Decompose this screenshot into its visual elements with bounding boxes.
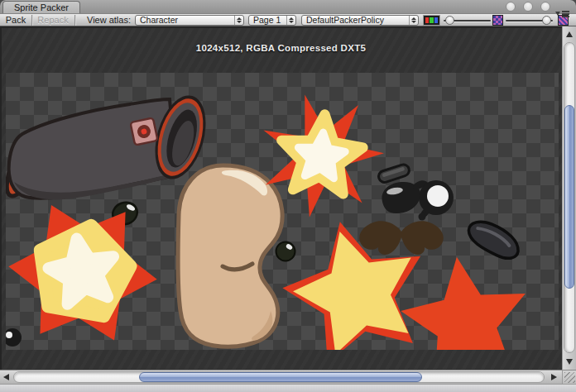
atlas-dropdown-value: Character bbox=[136, 16, 234, 25]
atlas-info-text: 1024x512, RGBA Compressed DXT5 bbox=[0, 43, 562, 53]
page-dropdown-value: Page 1 bbox=[249, 16, 286, 25]
dropdown-arrows-icon bbox=[234, 16, 243, 25]
eyebrow-sprite bbox=[377, 163, 410, 184]
window-button[interactable] bbox=[540, 2, 550, 12]
slider-knob[interactable] bbox=[445, 16, 454, 25]
dropdown-arrows-icon bbox=[409, 16, 418, 25]
tab-sprite-packer[interactable]: Sprite Packer bbox=[2, 1, 80, 13]
resize-grip-icon[interactable] bbox=[564, 372, 575, 383]
red-star-sprite bbox=[401, 257, 526, 350]
toolbar: Pack Repack View atlas: Character Page 1… bbox=[0, 13, 576, 26]
red-channel-icon bbox=[425, 17, 429, 23]
cannon-badge bbox=[130, 117, 157, 145]
tab-title: Sprite Packer bbox=[14, 2, 69, 12]
repack-button: Repack bbox=[33, 14, 73, 26]
hamburger-icon bbox=[562, 11, 569, 17]
tab-bar: Sprite Packer bbox=[0, 0, 576, 13]
horizontal-scrollbar[interactable] bbox=[0, 370, 562, 384]
jellybean-sprite bbox=[464, 219, 523, 261]
atlas-texture[interactable] bbox=[6, 73, 559, 350]
pack-button[interactable]: Pack bbox=[2, 14, 30, 26]
horizontal-scroll-thumb[interactable] bbox=[139, 372, 422, 382]
blue-channel-icon bbox=[434, 17, 438, 23]
page-dropdown[interactable]: Page 1 bbox=[248, 15, 296, 26]
vertical-scroll-track[interactable] bbox=[564, 42, 575, 353]
bean-character-sprite bbox=[178, 165, 282, 347]
chevron-down-icon bbox=[555, 12, 560, 16]
green-channel-icon bbox=[430, 17, 433, 23]
window-bottom-edge bbox=[0, 384, 576, 392]
rgb-channels-button[interactable] bbox=[423, 15, 440, 26]
slider-knob[interactable] bbox=[542, 16, 551, 25]
view-atlas-label: View atlas: bbox=[79, 14, 131, 26]
scroll-left-icon[interactable] bbox=[3, 374, 9, 380]
mustache-sprite bbox=[359, 221, 443, 255]
separator bbox=[74, 15, 75, 26]
cannon-sprite bbox=[6, 89, 214, 200]
pane-menu-icon[interactable] bbox=[555, 11, 569, 17]
vertical-scrollbar[interactable] bbox=[562, 26, 576, 370]
sprite-sheet bbox=[6, 73, 559, 350]
tiny-eye-sprite bbox=[6, 328, 22, 347]
scroll-right-icon[interactable] bbox=[551, 374, 557, 380]
monocle-sprite bbox=[419, 180, 454, 221]
scrollbar-corner bbox=[562, 370, 576, 384]
zoom-slider[interactable] bbox=[506, 15, 553, 26]
window-button[interactable] bbox=[523, 2, 533, 12]
policy-dropdown-value: DefaultPackerPolicy bbox=[302, 16, 409, 25]
starburst-large-sprite bbox=[8, 205, 156, 341]
scroll-up-icon[interactable] bbox=[566, 31, 573, 37]
scroll-down-icon[interactable] bbox=[566, 359, 573, 365]
sprite-packer-window: Sprite Packer Pack Repack View atlas: Ch… bbox=[0, 0, 576, 392]
window-button[interactable] bbox=[506, 2, 516, 12]
bean-eye-sprite bbox=[276, 242, 295, 261]
horizontal-scroll-track[interactable] bbox=[13, 371, 545, 383]
alpha-checker-icon bbox=[492, 15, 503, 26]
vertical-scroll-thumb[interactable] bbox=[564, 105, 574, 289]
separator bbox=[31, 15, 32, 26]
atlas-preview-canvas[interactable]: 1024x512, RGBA Compressed DXT5 bbox=[0, 26, 562, 370]
dropdown-arrows-icon bbox=[286, 16, 295, 25]
atlas-dropdown[interactable]: Character bbox=[135, 15, 244, 26]
window-buttons bbox=[506, 2, 550, 12]
policy-dropdown[interactable]: DefaultPackerPolicy bbox=[301, 15, 419, 26]
mip-level-slider[interactable] bbox=[444, 15, 491, 26]
